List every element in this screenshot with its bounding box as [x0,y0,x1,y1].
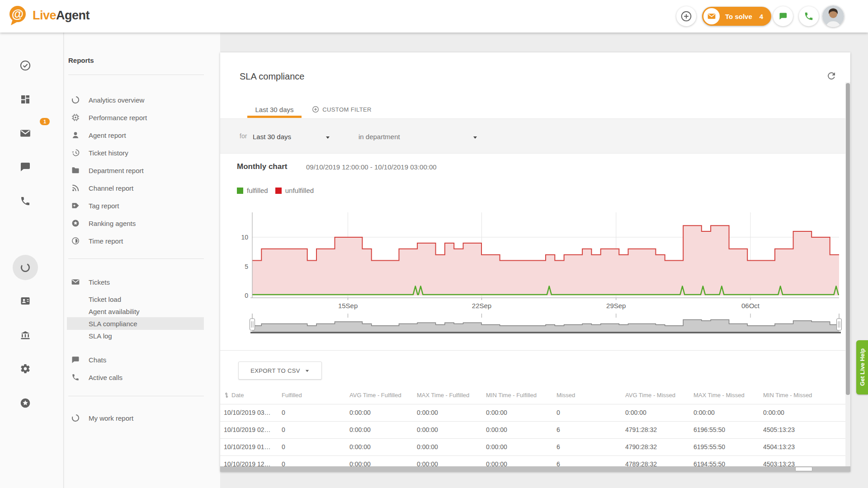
sidebar-group-tickets[interactable]: Tickets [64,273,209,291]
table-cell: 10/10/2019 03… [220,404,282,421]
rail-item-contacts[interactable] [13,288,38,314]
top-header: @ LiveAgent To solve 4 [0,0,868,33]
vertical-scrollbar-thumb[interactable] [846,83,850,395]
chip-icon [70,112,81,123]
sidebar-item-active-calls[interactable]: Active calls [64,369,209,386]
svg-text:29Sep: 29Sep [606,302,626,310]
legend-item-unfulfilled[interactable]: unfulfilled [275,187,314,194]
navigator-handle-left[interactable] [250,314,255,330]
horizontal-scrollbar[interactable] [220,466,850,472]
sidebar-item-analytics-overview[interactable]: Analytics overview [64,91,209,108]
tab-custom-filter[interactable]: CUSTOM FILTER [309,100,375,118]
loader-icon [70,94,81,105]
column-header-min-time-fulfilled[interactable]: MIN Time - Fulfilled [486,387,557,404]
table-cell: 10/10/2019 02… [220,421,282,438]
chevron-down-icon [472,134,478,142]
sidebar-item-time-report[interactable]: Time report [64,232,209,249]
rail-item-dashboard[interactable] [13,87,38,112]
table-row[interactable]: 10/10/2019 03…00:00:000:00:000:00:0000:0… [220,404,846,421]
sidebar-item-department-report[interactable]: Department report [64,162,209,179]
sidebar-item-sla-log[interactable]: SLA log [67,329,204,342]
svg-text:@: @ [12,7,24,21]
contact-card-icon [20,296,31,306]
legend-item-fulfilled[interactable]: fulfilled [237,187,268,194]
chart-title: Monthly chart [237,162,287,171]
refresh-button[interactable] [824,69,839,83]
column-header-missed[interactable]: Missed [557,387,625,404]
sidebar-item-chats[interactable]: Chats [64,351,209,368]
column-header-min-time-missed[interactable]: MIN Time - Missed [763,387,846,404]
sidebar-item-tag-report[interactable]: Tag report [64,197,209,214]
table-cell: 0:00:00 [625,404,693,421]
table-cell: 0:00:00 [417,404,486,421]
table-row[interactable]: 10/10/2019 01…00:00:000:00:000:00:006479… [220,438,846,455]
horizontal-scrollbar-thumb[interactable] [795,467,812,471]
export-to-csv-button[interactable]: EXPORT TO CSV [238,361,322,380]
sidebar-item-ticket-history[interactable]: Ticket history [64,144,209,161]
rail-item-calls[interactable] [13,188,38,214]
avatar-image [822,5,844,27]
sort-icon [224,392,229,398]
liveagent-logo[interactable]: @ LiveAgent [6,5,90,26]
to-solve-envelope-badge [703,8,720,24]
rail-item-settings[interactable] [13,356,38,381]
sidebar-item-sla-compliance[interactable]: SLA compliance [67,317,204,330]
divider [68,396,204,396]
reports-donut-icon [19,262,31,273]
date-range-select[interactable]: Last 30 days [253,131,334,142]
table-cell: 0 [282,438,349,455]
column-header-fulfilled[interactable]: Fulfilled [282,387,349,404]
legend-unfulfilled-swatch [275,188,282,194]
sidebar-title: Reports [68,56,94,64]
table-header-row: DateFulfilledAVG Time - FulfilledMAX Tim… [220,387,846,404]
sidebar-item-ticket-load[interactable]: Ticket load [67,293,204,305]
table-cell: 0:00:00 [486,438,557,455]
user-avatar[interactable] [822,5,844,27]
sidebar-item-agent-availability[interactable]: Agent availability [67,305,204,318]
reports-sidebar: Reports Analytics overview [64,33,220,488]
brand-text: LiveAgent [33,9,90,23]
history-clock-icon [70,147,81,158]
get-live-help-button[interactable]: Get Live Help [856,340,868,394]
svg-text:10: 10 [241,234,248,241]
mail-icon [19,127,31,139]
sidebar-item-performance-report[interactable]: Performance report [64,109,209,126]
loader-icon [70,413,81,423]
column-header-avg-time-fulfilled[interactable]: AVG Time - Fulfilled [349,387,417,404]
navigator-handle-right[interactable] [837,314,842,330]
to-solve-button[interactable]: To solve 4 [702,7,771,26]
chart-range-navigator[interactable] [220,314,850,335]
star-circle-icon [19,397,31,409]
check-circle-icon [19,60,31,71]
rail-item-reports[interactable] [13,255,38,280]
column-header-date[interactable]: Date [220,387,282,404]
sidebar-item-my-work-report[interactable]: My work report [64,409,209,427]
chats-header-button[interactable] [773,6,793,26]
table-cell: 4505:13:23 [763,421,846,438]
chevron-down-icon [325,134,330,142]
table-cell: 0:00:00 [417,438,486,455]
column-header-max-time-missed[interactable]: MAX Time - Missed [693,387,763,404]
sidebar-item-ranking-agents[interactable]: Ranking agents [64,215,209,232]
chat-bubble-icon [778,11,788,21]
column-header-avg-time-missed[interactable]: AVG Time - Missed [625,387,693,404]
rail-item-tasks[interactable] [13,53,38,78]
rail-item-company[interactable] [13,323,38,348]
rail-item-tickets[interactable]: 1 [13,121,38,146]
rail-item-chats[interactable] [13,154,38,179]
department-select[interactable]: in department [359,131,480,142]
calls-header-button[interactable] [799,6,819,26]
sidebar-item-agent-report[interactable]: Agent report [64,127,209,144]
sidebar-item-channel-report[interactable]: Channel report [64,179,209,197]
rail-item-apps[interactable] [13,390,38,416]
svg-text:15Sep: 15Sep [338,302,358,310]
table-cell: 0:00:00 [763,404,846,421]
column-header-max-time-fulfilled[interactable]: MAX Time - Fulfilled [417,387,486,404]
folder-icon [70,165,81,176]
svg-text:5: 5 [245,263,248,270]
phone-icon [804,11,814,21]
vertical-scrollbar[interactable] [845,82,850,466]
table-row[interactable]: 10/10/2019 02…00:00:000:00:000:00:006479… [220,421,846,438]
active-tab-underline [247,116,302,118]
add-button[interactable] [676,6,696,26]
